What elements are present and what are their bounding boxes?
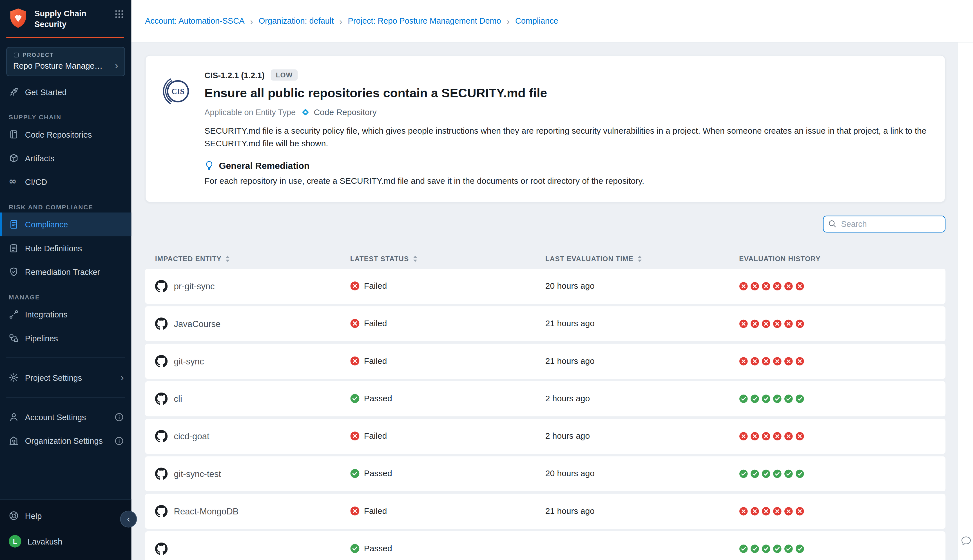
history-failed-icon[interactable] (784, 282, 793, 290)
history-failed-icon[interactable] (784, 319, 793, 328)
entity-name[interactable]: cli (174, 393, 182, 403)
table-row[interactable]: cicd-goatFailed2 hours ago (145, 418, 945, 453)
breadcrumb-project[interactable]: Project: Repo Posture Management Demo (348, 16, 501, 26)
history-failed-icon[interactable] (761, 357, 770, 365)
assistant-chat-icon[interactable] (961, 535, 972, 546)
sidebar-item-pipelines[interactable]: Pipelines (0, 327, 131, 350)
sidebar-item-get-started[interactable]: Get Started (0, 80, 131, 104)
sidebar-item-code-repositories[interactable]: Code Repositories (0, 123, 131, 146)
history-passed-icon[interactable] (795, 544, 804, 553)
sidebar-collapse-handle[interactable]: ‹ (120, 511, 137, 528)
history-failed-icon[interactable] (761, 432, 770, 440)
table-row[interactable]: React-MongoDBFailed21 hours ago (145, 493, 945, 528)
info-icon[interactable] (114, 412, 124, 422)
history-failed-icon[interactable] (750, 432, 759, 440)
history-failed-icon[interactable] (761, 319, 770, 328)
history-passed-icon[interactable] (795, 394, 804, 403)
sidebar-item-cicd[interactable]: ∞ CI/CD (0, 170, 131, 194)
history-failed-icon[interactable] (795, 432, 804, 440)
table-row[interactable]: cliPassed2 hours ago (145, 381, 945, 416)
history-failed-icon[interactable] (795, 507, 804, 515)
project-selector[interactable]: PROJECT Repo Posture Manage… › (6, 47, 125, 76)
sidebar-item-account-settings[interactable]: Account Settings (0, 405, 131, 429)
history-failed-icon[interactable] (773, 319, 781, 328)
history-passed-icon[interactable] (739, 394, 748, 403)
breadcrumb-organization[interactable]: Organization: default (259, 16, 334, 26)
history-failed-icon[interactable] (750, 319, 759, 328)
history-failed-icon[interactable] (773, 357, 781, 365)
sort-icon[interactable] (413, 255, 418, 262)
entity-name[interactable]: pr-git-sync (174, 281, 215, 291)
info-icon[interactable] (114, 436, 124, 445)
supply-chain-security-logo-icon[interactable] (8, 8, 29, 29)
history-failed-icon[interactable] (739, 357, 748, 365)
history-failed-icon[interactable] (739, 282, 748, 290)
history-failed-icon[interactable] (795, 282, 804, 290)
module-switcher-grid-icon[interactable] (114, 9, 124, 18)
history-passed-icon[interactable] (761, 394, 770, 403)
history-failed-icon[interactable] (750, 357, 759, 365)
history-passed-icon[interactable] (750, 544, 759, 553)
history-failed-icon[interactable] (784, 357, 793, 365)
history-failed-icon[interactable] (739, 432, 748, 440)
table-row[interactable]: git-syncFailed21 hours ago (145, 343, 945, 378)
entity-type-chip[interactable]: Code Repository (301, 107, 377, 117)
history-failed-icon[interactable] (750, 282, 759, 290)
history-failed-icon[interactable] (773, 282, 781, 290)
breadcrumb-compliance[interactable]: Compliance (515, 16, 558, 26)
history-passed-icon[interactable] (795, 469, 804, 478)
entity-name[interactable]: git-sync-test (174, 468, 221, 479)
sidebar-item-organization-settings[interactable]: Organization Settings (0, 429, 131, 453)
history-failed-icon[interactable] (773, 432, 781, 440)
history-passed-icon[interactable] (773, 469, 781, 478)
history-passed-icon[interactable] (784, 469, 793, 478)
history-passed-icon[interactable] (773, 544, 781, 553)
status-failed-icon (350, 356, 359, 365)
entity-name[interactable]: git-sync (174, 356, 204, 366)
entity-name[interactable]: cicd-goat (174, 431, 209, 441)
sidebar-item-remediation-tracker[interactable]: Remediation Tracker (0, 260, 131, 284)
scrollbar-gutter[interactable] (958, 42, 973, 560)
sort-icon[interactable] (225, 255, 230, 262)
sidebar-item-artifacts[interactable]: Artifacts (0, 146, 131, 170)
history-failed-icon[interactable] (739, 319, 748, 328)
history-passed-icon[interactable] (761, 469, 770, 478)
breadcrumb: Account: Automation-SSCA › Organization:… (131, 0, 973, 42)
severity-badge: LOW (271, 70, 297, 81)
history-failed-icon[interactable] (750, 507, 759, 515)
sidebar-item-project-settings[interactable]: Project Settings › (0, 366, 131, 390)
sidebar-item-compliance[interactable]: Compliance (0, 213, 131, 237)
integrations-nodes-icon (9, 310, 19, 320)
search-input[interactable] (823, 215, 945, 232)
history-passed-icon[interactable] (761, 544, 770, 553)
history-failed-icon[interactable] (784, 507, 793, 515)
history-failed-icon[interactable] (761, 507, 770, 515)
table-row[interactable]: git-sync-testPassed20 hours ago (145, 456, 945, 491)
history-passed-icon[interactable] (750, 394, 759, 403)
breadcrumb-account[interactable]: Account: Automation-SSCA (145, 16, 244, 26)
history-failed-icon[interactable] (739, 507, 748, 515)
history-passed-icon[interactable] (739, 544, 748, 553)
history-failed-icon[interactable] (773, 507, 781, 515)
sidebar-item-integrations[interactable]: Integrations (0, 303, 131, 327)
history-failed-icon[interactable] (795, 357, 804, 365)
table-row[interactable]: pr-git-syncFailed20 hours ago (145, 268, 945, 303)
sidebar-item-help[interactable]: Help (0, 504, 131, 527)
history-failed-icon[interactable] (761, 282, 770, 290)
sort-icon[interactable] (637, 255, 642, 262)
history-failed-icon[interactable] (784, 432, 793, 440)
history-passed-icon[interactable] (750, 469, 759, 478)
sidebar-item-label: CI/CD (25, 177, 47, 187)
pipelines-icon (9, 333, 19, 343)
history-failed-icon[interactable] (795, 319, 804, 328)
user-menu[interactable]: L Lavakush (0, 528, 131, 555)
history-passed-icon[interactable] (773, 394, 781, 403)
table-row[interactable]: Passed (145, 531, 945, 560)
sidebar-item-rule-definitions[interactable]: Rule Definitions (0, 237, 131, 260)
history-passed-icon[interactable] (739, 469, 748, 478)
entity-name[interactable]: React-MongoDB (174, 506, 239, 516)
history-passed-icon[interactable] (784, 544, 793, 553)
entity-name[interactable]: JavaCourse (174, 318, 220, 329)
history-passed-icon[interactable] (784, 394, 793, 403)
table-row[interactable]: JavaCourseFailed21 hours ago (145, 306, 945, 341)
